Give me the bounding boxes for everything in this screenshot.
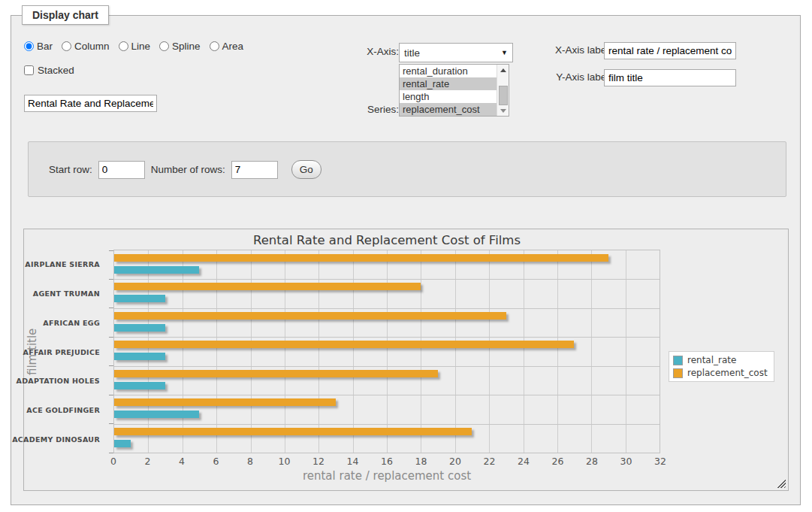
bar-rental-rate [114,440,131,447]
x-axis-select[interactable]: title ▼ [399,43,513,62]
chart-title: Rental Rate and Replacement Cost of Film… [113,233,660,247]
chevron-down-icon: ▼ [501,49,508,56]
chart-title-input[interactable] [24,95,157,112]
chart-type-line-radio[interactable] [119,41,128,51]
category-band [114,279,660,308]
bar-rental-rate [114,295,165,302]
bar-replacement-cost [114,398,336,406]
legend-swatch-rental-rate [673,356,683,365]
category-band [114,308,660,337]
display-chart-fieldset: Display chart Bar Column Line Spline Are… [11,15,801,505]
x-tick-label: 4 [179,456,185,467]
x-tick-label: 30 [620,456,632,467]
bar-replacement-cost [114,254,608,262]
chart-type-bar[interactable]: Bar [24,41,53,52]
num-rows-label: Number of rows: [151,164,225,175]
chart-type-area-radio[interactable] [210,41,219,51]
chart-type-line-label: Line [131,41,151,52]
category-band [114,337,660,365]
category-band [114,395,660,423]
category-band [114,424,660,453]
x-tick-label: 24 [518,456,530,467]
bar-rental-rate [114,411,199,418]
chart-type-radio-group: Bar Column Line Spline Area [24,41,248,52]
chart-type-column-radio[interactable] [62,41,71,51]
go-button[interactable]: Go [291,160,321,179]
category-label: AFRICAN EGG [43,318,100,326]
scroll-down-icon[interactable] [497,105,509,116]
series-listbox[interactable]: rental_duration rental_rate length repla… [399,64,509,117]
bar-rental-rate [114,382,165,389]
chart-type-column-label: Column [74,41,110,52]
category-label: ACADEMY DINOSAUR [12,435,100,443]
y-tick-mark [109,395,113,395]
stacked-label: Stacked [38,65,74,76]
series-option-rental-rate[interactable]: rental_rate [400,77,497,90]
x-tick-labels: 02468101214161820222426283032 [113,456,660,468]
x-tick-label: 32 [654,456,666,467]
x-axis-select-label: X-Axis: [328,46,399,57]
bar-rental-rate [114,324,165,332]
legend-item-replacement-cost: replacement_cost [673,368,768,378]
x-tick-label: 12 [312,456,324,467]
x-axis-title: rental rate / replacement cost [113,469,660,483]
x-tick-label: 6 [213,456,219,467]
series-option-length[interactable]: length [400,90,497,103]
legend-item-rental-rate: rental_rate [673,355,768,365]
y-axis-label-label: Y-Axis label: [541,71,611,83]
chart-container: Rental Rate and Replacement Cost of Film… [23,229,789,491]
bar-rental-rate [114,266,199,274]
y-tick-mark [109,423,113,424]
x-tick-label: 22 [484,456,496,467]
x-tick-label: 16 [381,456,393,467]
chart-type-spline[interactable]: Spline [159,41,201,52]
category-labels: AIRPLANE SIERRAAGENT TRUMANAFRICAN EGGAF… [24,250,107,453]
y-tick-mark [109,279,113,280]
legend-swatch-replacement-cost [673,368,683,378]
y-axis-label-input[interactable] [604,69,736,86]
series-option-replacement-cost[interactable]: replacement_cost [400,103,497,116]
x-tick-label: 14 [347,456,359,467]
chart-type-line[interactable]: Line [119,41,151,52]
category-band [114,250,660,279]
stacked-checkbox[interactable] [24,65,34,75]
x-axis-selected-value: title [404,47,501,59]
row-range-panel: Start row: Number of rows: Go [28,141,786,197]
y-tick-mark [109,250,113,251]
start-row-label: Start row: [49,164,92,175]
x-tick-label: 28 [586,456,598,467]
scroll-up-icon[interactable] [497,65,509,75]
stacked-option[interactable]: Stacked [24,65,74,76]
chart-type-bar-label: Bar [37,41,53,52]
start-row-input[interactable] [98,161,145,179]
plot-area [113,250,660,453]
series-scrollbar[interactable] [497,65,509,116]
x-axis-label-input[interactable] [604,42,736,59]
legend-label-replacement-cost: replacement_cost [687,368,768,378]
series-listbox-label: Series: [328,104,399,115]
bar-replacement-cost [114,283,421,290]
resize-grip[interactable] [777,479,786,488]
x-tick-label: 2 [145,456,151,467]
chart-type-spline-radio[interactable] [159,41,169,51]
num-rows-input[interactable] [231,161,278,179]
x-axis-label-label: X-Axis label: [541,44,611,56]
category-label: AFFAIR PREJUDICE [23,347,100,356]
x-tick-label: 18 [415,456,427,467]
chart-type-bar-radio[interactable] [24,41,34,51]
chart-type-spline-label: Spline [172,41,201,52]
y-tick-mark [109,308,113,308]
chart-type-column[interactable]: Column [62,41,110,52]
series-option-rental-duration[interactable]: rental_duration [400,65,497,77]
chart-type-area[interactable]: Area [210,41,244,52]
bar-replacement-cost [114,312,506,320]
scrollbar-thumb[interactable] [499,86,508,105]
fieldset-legend: Display chart [22,5,109,25]
y-tick-mark [109,337,113,338]
x-tick-label: 26 [552,456,564,467]
bar-replacement-cost [114,428,472,435]
category-label: AIRPLANE SIERRA [25,260,100,268]
category-label: ADAPTATION HOLES [17,377,100,385]
x-tick-label: 20 [449,456,461,467]
y-tick-mark [109,365,113,366]
